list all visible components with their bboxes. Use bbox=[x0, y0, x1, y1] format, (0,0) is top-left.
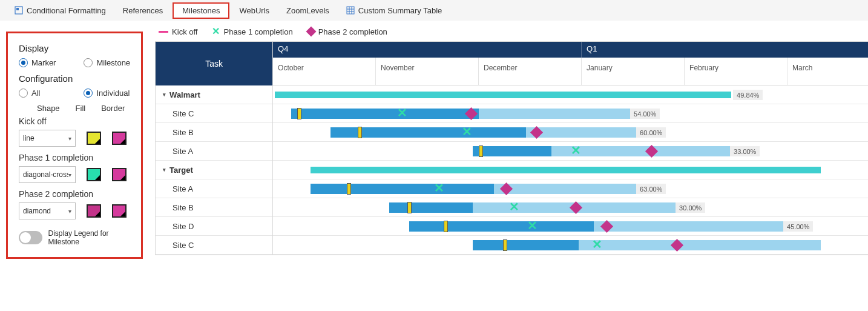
shape-select[interactable]: diamond ▾ bbox=[19, 202, 76, 219]
milestones-panel: Display Marker Milestone Configuration A… bbox=[6, 32, 143, 259]
task-row[interactable]: Site B bbox=[156, 198, 272, 217]
fill-swatch[interactable] bbox=[87, 168, 101, 181]
phase1-marker: ✕ bbox=[397, 107, 407, 119]
kickoff-marker bbox=[479, 145, 483, 157]
config-headers: Shape Fill Border bbox=[37, 104, 130, 113]
milestone-config-phase2: Phase 2 completion diamond ▾ bbox=[19, 189, 130, 219]
tab-conditional-formatting[interactable]: Conditional Formatting bbox=[7, 2, 113, 19]
phase1-marker: ✕ bbox=[509, 201, 519, 213]
legend: Kick off ✕ Phase 1 completion Phase 2 co… bbox=[155, 25, 868, 41]
tab-zoomlevels[interactable]: ZoomLevels bbox=[279, 2, 337, 19]
phase1-marker: ✕ bbox=[527, 219, 538, 232]
cross-icon: ✕ bbox=[212, 27, 220, 36]
phase1-marker: ✕ bbox=[571, 144, 581, 156]
task-row[interactable]: ▾Target bbox=[156, 161, 272, 179]
tab-milestones[interactable]: Milestones bbox=[173, 2, 229, 19]
phase1-marker: ✕ bbox=[462, 125, 472, 138]
quarter-header: Q4 bbox=[273, 42, 582, 58]
fill-swatch[interactable] bbox=[87, 204, 101, 218]
task-row[interactable]: Site C bbox=[156, 104, 272, 123]
percent-label: 33.00% bbox=[730, 146, 760, 156]
toolbar: Conditional Formatting References Milest… bbox=[0, 0, 868, 21]
phase1-marker: ✕ bbox=[592, 238, 602, 250]
header-fill: Fill bbox=[76, 104, 86, 113]
border-swatch[interactable] bbox=[112, 204, 127, 218]
radio-milestone[interactable]: Milestone bbox=[84, 58, 130, 67]
summary-bar bbox=[275, 92, 731, 98]
chevron-down-icon: ▾ bbox=[68, 208, 71, 215]
border-swatch[interactable] bbox=[112, 132, 127, 145]
summary-bar bbox=[311, 167, 821, 173]
display-title: Display bbox=[19, 43, 130, 53]
svg-rect-2 bbox=[347, 7, 354, 14]
radio-label: Milestone bbox=[96, 58, 130, 67]
progress-bar-light bbox=[494, 184, 636, 194]
radio-icon bbox=[19, 58, 28, 67]
tab-weburls[interactable]: WebUrls bbox=[232, 2, 277, 19]
task-row[interactable]: Site D bbox=[156, 217, 272, 236]
chevron-down-icon: ▾ bbox=[68, 172, 71, 178]
timeline-row: 30.00%✕ bbox=[273, 198, 868, 217]
kickoff-marker bbox=[503, 239, 507, 251]
phase1-marker: ✕ bbox=[434, 182, 444, 194]
task-row[interactable]: Site B bbox=[156, 123, 272, 142]
kickoff-marker bbox=[407, 202, 412, 213]
month-header: November bbox=[376, 58, 479, 85]
kickoff-marker bbox=[444, 221, 448, 232]
radio-icon bbox=[84, 58, 93, 67]
tab-label: WebUrls bbox=[239, 6, 269, 15]
tab-label: ZoomLevels bbox=[286, 6, 329, 15]
percent-label: 45.00% bbox=[783, 221, 813, 232]
legend-kickoff: Kick off bbox=[159, 27, 197, 36]
kickoff-marker bbox=[358, 127, 362, 138]
progress-bar-dark bbox=[389, 202, 473, 213]
timeline-row: 33.00%✕ bbox=[273, 142, 868, 161]
fill-swatch[interactable] bbox=[87, 132, 101, 145]
shape-select[interactable]: diagonal-cross ▾ bbox=[19, 166, 76, 183]
formatting-icon bbox=[15, 6, 23, 15]
task-column: Task ▾WalmartSite CSite BSite A▾TargetSi… bbox=[156, 42, 273, 255]
progress-bar-dark bbox=[473, 240, 579, 250]
radio-icon bbox=[19, 89, 28, 98]
month-header: March bbox=[787, 58, 868, 85]
percent-label: 54.00% bbox=[630, 109, 660, 119]
month-header: October bbox=[273, 58, 376, 85]
month-header: January bbox=[582, 58, 685, 85]
progress-bar-light bbox=[579, 240, 821, 250]
shape-select[interactable]: line ▾ bbox=[19, 130, 76, 147]
progress-bar-light bbox=[479, 109, 630, 119]
progress-bar-dark bbox=[409, 221, 594, 232]
tab-references[interactable]: References bbox=[116, 2, 170, 19]
radio-icon bbox=[84, 89, 93, 98]
configuration-title: Configuration bbox=[19, 73, 130, 84]
milestone-name: Phase 1 completion bbox=[19, 153, 130, 162]
kickoff-marker bbox=[347, 183, 351, 195]
line-icon bbox=[159, 31, 168, 33]
radio-marker[interactable]: Marker bbox=[19, 58, 56, 67]
legend-toggle[interactable] bbox=[19, 231, 42, 244]
border-swatch[interactable] bbox=[112, 168, 127, 181]
task-row[interactable]: ▾Walmart bbox=[156, 85, 272, 104]
radio-label: Individual bbox=[96, 89, 130, 98]
timeline-row: 45.00%✕ bbox=[273, 217, 868, 236]
radio-label: Marker bbox=[31, 58, 56, 67]
task-row[interactable]: Site A bbox=[156, 142, 272, 161]
progress-bar-dark bbox=[311, 184, 494, 194]
kickoff-marker bbox=[297, 108, 301, 119]
month-header: December bbox=[479, 58, 582, 85]
tab-custom-summary-table[interactable]: Custom Summary Table bbox=[339, 2, 449, 19]
chevron-down-icon: ▾ bbox=[68, 135, 71, 142]
task-row[interactable]: Site A bbox=[156, 179, 272, 198]
progress-bar-dark bbox=[473, 146, 551, 156]
timeline-row: 54.00%✕ bbox=[273, 104, 868, 123]
percent-label: 49.84% bbox=[733, 90, 763, 100]
table-icon bbox=[346, 6, 355, 15]
radio-label: All bbox=[31, 89, 40, 98]
task-row[interactable]: Site C bbox=[156, 236, 272, 255]
gantt-chart: Kick off ✕ Phase 1 completion Phase 2 co… bbox=[149, 25, 868, 255]
radio-all[interactable]: All bbox=[19, 89, 40, 98]
milestone-config-kickoff: Kick off line ▾ bbox=[19, 116, 130, 147]
tab-label: Milestones bbox=[182, 6, 220, 15]
radio-individual[interactable]: Individual bbox=[84, 89, 130, 98]
timeline-row: 63.00%✕ bbox=[273, 179, 868, 198]
